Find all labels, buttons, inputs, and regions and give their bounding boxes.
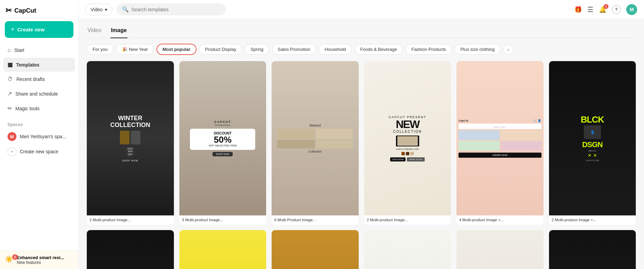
space-label-meri: Meri Yeritsyan's spa...: [20, 134, 66, 139]
sidebar-item-magic-tools[interactable]: ✏ Magic tools: [3, 101, 75, 115]
help-icon[interactable]: ?: [612, 5, 621, 14]
template-label-1: 2 Multi-product Image...: [87, 215, 174, 225]
template-card-12[interactable]: YOUR LOGO 👤 FASHION TRENDS Fashion Trend…: [549, 230, 636, 269]
plus-icon: +: [11, 26, 15, 33]
template-grid-row1: WINTERCOLLECTION DISC50%OFF SHOP NOW 2 M…: [87, 61, 636, 225]
template-card-8[interactable]: CAPCUT RUNWAY TOEVERYDAY Runway to Every…: [179, 230, 266, 269]
template-card-6[interactable]: BLCK 👤 DSGN MMXXIV ✕ ✕ CAPCUT.COM 2 Mult…: [549, 61, 636, 225]
template-grid-row2: SPECIAL OFFER 👤 Special Offer CAPCUT: [87, 230, 636, 269]
filter-chips-row: For you 🎉 New Year Most popular Product …: [87, 44, 636, 55]
template-card-7[interactable]: SPECIAL OFFER 👤 Special Offer: [87, 230, 174, 269]
template-card-4[interactable]: CAPCUT PRESENT NEW COLLECTION CAPCUT BRO…: [364, 61, 451, 225]
clock-icon: ⏱: [8, 76, 13, 82]
search-input[interactable]: [132, 7, 220, 12]
footer-title: Enhanced smart resi...: [17, 255, 64, 260]
filter-chip-spring-label: Spring: [250, 47, 263, 52]
sidebar-item-share-schedule[interactable]: ↗ Share and schedule: [3, 87, 75, 101]
filter-chip-sales-promotion-label: Sales Promotion: [278, 47, 310, 52]
filter-chip-plus-size[interactable]: Plus size clothing: [454, 44, 500, 55]
templates-icon: ▦: [8, 61, 13, 68]
space-item-create[interactable]: + Create new space: [3, 144, 75, 159]
sidebar-item-label-start: Start: [14, 47, 25, 53]
template-label-5: 4 Multi-product Image +...: [456, 215, 544, 225]
spaces-label: Spaces: [0, 117, 78, 129]
template-card-1[interactable]: WINTERCOLLECTION DISC50%OFF SHOP NOW 2 M…: [87, 61, 174, 225]
tab-video-label: Video: [87, 27, 101, 33]
notification-icon[interactable]: 🔔 1: [599, 6, 606, 13]
filter-chip-new-year-label: New Year: [129, 47, 148, 52]
template-label-2: 3 Multi-product Image...: [179, 215, 266, 225]
filter-chip-product-display-label: Product Display: [205, 47, 236, 52]
sidebar-item-templates[interactable]: ▦ Templates: [3, 58, 75, 72]
filter-chip-foods-beverage[interactable]: Foods & Beverage: [355, 44, 403, 55]
template-card-3[interactable]: Newest Collection 6 Multi-Product Image.…: [272, 61, 359, 225]
template-card-5[interactable]: CapCut 🛒 👤 Search Outfit... ORDER: [456, 61, 544, 225]
space-avatar-meri: M: [8, 132, 16, 141]
capcut-logo-icon: ✂: [5, 6, 12, 15]
filter-chip-new-year[interactable]: 🎉 New Year: [116, 44, 154, 55]
main-area: Video ▾ 🔍 🎁 ☰ 🔔 1 ? M Video Image: [79, 0, 644, 269]
space-item-meri[interactable]: M Meri Yeritsyan's spa...: [3, 129, 75, 144]
user-avatar[interactable]: M: [626, 4, 637, 15]
template-card-9[interactable]: 🍁 AUTUMN COLLECTION Autumn collection: [272, 230, 359, 269]
filter-chip-sales-promotion[interactable]: Sales Promotion: [272, 44, 316, 55]
share-icon: ↗: [8, 90, 12, 97]
footer-badge: 5: [12, 254, 18, 260]
footer-text-block: Enhanced smart resi... New features: [17, 255, 64, 265]
sidebar-item-label-share: Share and schedule: [15, 91, 58, 97]
sidebar-nav: ⌂ Start ▦ Templates ⏱ Recent drafts ↗ Sh…: [0, 41, 78, 117]
sidebar-item-label-drafts: Recent drafts: [16, 76, 45, 82]
sidebar-item-start[interactable]: ⌂ Start: [3, 43, 75, 57]
filter-chip-household-label: Household: [325, 47, 346, 52]
tab-image-label: Image: [111, 27, 127, 33]
sidebar-footer[interactable]: ☀️ Enhanced smart resi... New features 5: [0, 251, 78, 269]
sidebar-item-label-magic: Magic tools: [15, 106, 40, 111]
notification-badge: 1: [604, 4, 608, 9]
home-icon: ⌂: [8, 47, 11, 53]
filter-chip-foods-beverage-label: Foods & Beverage: [360, 47, 397, 52]
logo-text: CapCut: [14, 7, 36, 14]
filter-next-arrow[interactable]: ›: [503, 44, 513, 55]
template-card-11[interactable]: 💍 JEWELRY COLLECTION Jewelry display: [456, 230, 544, 269]
magic-icon: ✏: [8, 105, 12, 112]
dropdown-chevron-icon: ▾: [105, 7, 107, 12]
search-icon: 🔍: [122, 6, 129, 13]
sidebar: ✂ CapCut + Create new ⌂ Start ▦ Template…: [0, 0, 79, 269]
tab-video[interactable]: Video: [87, 25, 102, 38]
main-tabs: Video Image: [87, 25, 636, 38]
filter-chip-plus-size-label: Plus size clothing: [460, 47, 494, 52]
grid-icon[interactable]: ☰: [587, 5, 593, 14]
new-year-emoji-icon: 🎉: [122, 47, 127, 52]
gift-icon[interactable]: 🎁: [574, 6, 582, 13]
filter-chip-product-display[interactable]: Product Display: [199, 44, 242, 55]
video-dropdown[interactable]: Video ▾: [85, 4, 112, 15]
search-bar[interactable]: 🔍: [117, 3, 226, 15]
filter-chip-most-popular-label: Most popular: [163, 47, 191, 52]
filter-chip-spring[interactable]: Spring: [245, 44, 269, 55]
create-new-label: Create new: [17, 27, 45, 32]
filter-chip-fashion-products-label: Fashion Products: [411, 47, 446, 52]
tab-image[interactable]: Image: [110, 25, 127, 38]
create-space-plus-icon: +: [8, 147, 16, 156]
video-dropdown-label: Video: [91, 7, 103, 12]
sidebar-item-recent-drafts[interactable]: ⏱ Recent drafts: [3, 72, 75, 86]
template-card-10[interactable]: Special Edition 2023 ▼ 👤 Special Edition…: [364, 230, 451, 269]
space-label-create: Create new space: [20, 149, 58, 154]
filter-chip-for-you[interactable]: For you: [87, 44, 113, 55]
chevron-right-icon: ›: [507, 47, 509, 52]
content-area: Video Image For you 🎉 New Year Most popu…: [79, 19, 644, 269]
sidebar-item-label-templates: Templates: [16, 62, 39, 68]
template-label-6: 2 Multi-product Image +...: [549, 215, 636, 225]
topbar: Video ▾ 🔍 🎁 ☰ 🔔 1 ? M: [79, 0, 644, 19]
footer-subtitle: New features: [17, 260, 64, 265]
filter-chip-for-you-label: For you: [93, 47, 108, 52]
template-label-3: 6 Multi-Product Image...: [272, 215, 359, 225]
filter-chip-fashion-products[interactable]: Fashion Products: [406, 44, 452, 55]
logo-area: ✂ CapCut: [0, 0, 78, 20]
create-new-button[interactable]: + Create new: [5, 21, 73, 38]
template-label-4: 2 Multi-product Image...: [364, 215, 451, 225]
filter-chip-most-popular[interactable]: Most popular: [156, 44, 197, 55]
filter-chip-household[interactable]: Household: [319, 44, 352, 55]
template-card-2[interactable]: CAPCUT Collection DISCOUNT 50% OFF SELEC…: [179, 61, 266, 225]
topbar-icons: 🎁 ☰ 🔔 1 ? M: [574, 4, 637, 15]
